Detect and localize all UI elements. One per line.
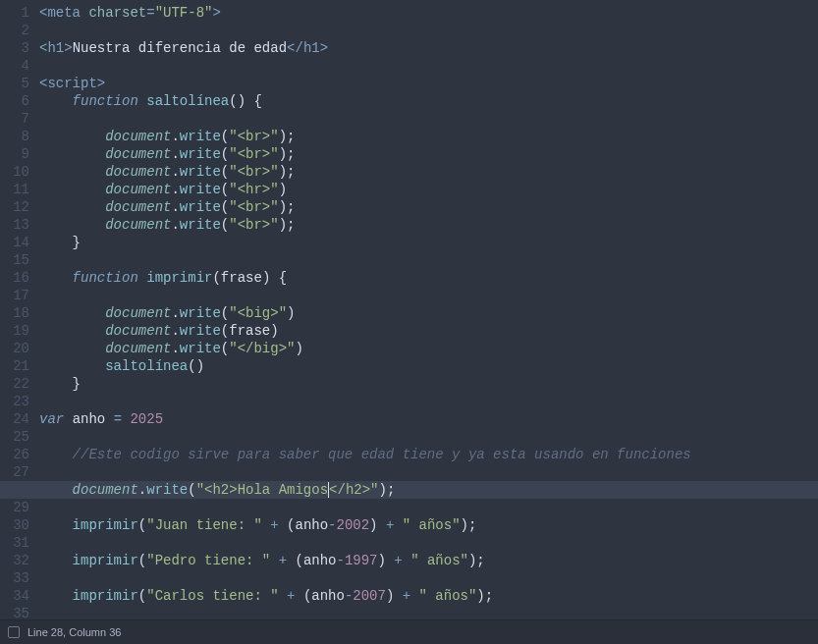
code-editor: 1 2 3 4 5 6 7 8 9 10 11 12 13 14 15 16 1…: [0, 0, 818, 644]
keyword: function: [73, 93, 138, 109]
code-line[interactable]: document.write("</big>"): [39, 340, 818, 357]
code-line[interactable]: [39, 393, 818, 410]
code-line[interactable]: document.write("<big>"): [39, 304, 818, 322]
code-line[interactable]: document.write("<br>");: [39, 128, 818, 145]
code-line[interactable]: <h1>Nuestra diferencia de edad</h1>: [39, 39, 818, 57]
keyword: function: [73, 270, 138, 286]
code-line[interactable]: [39, 428, 818, 446]
string: " años": [403, 517, 461, 533]
line-number: 9: [0, 145, 29, 163]
status-bar[interactable]: Line 28, Column 36: [0, 619, 818, 644]
code-line-active[interactable]: document.write("<h2>Hola Amigos</h2>");: [39, 481, 818, 499]
code-line[interactable]: [39, 605, 818, 619]
line-number: 1: [0, 4, 29, 22]
code-line[interactable]: [39, 22, 818, 39]
keyword: var: [39, 411, 64, 427]
string: "<h2>Hola Amigos: [196, 482, 328, 498]
string: "Carlos tiene: ": [146, 588, 278, 604]
code-line[interactable]: [39, 287, 818, 304]
line-number: 11: [0, 181, 29, 198]
code-line[interactable]: document.write("<br>");: [39, 198, 818, 216]
tag-name: meta: [47, 5, 81, 21]
line-number: 24: [0, 410, 29, 428]
line-number: 19: [0, 322, 29, 340]
line-number: 21: [0, 357, 29, 375]
function-name: imprimir: [146, 270, 212, 286]
variable: anho: [295, 517, 328, 533]
code-line[interactable]: document.write("<br>");: [39, 145, 818, 163]
code-line[interactable]: [39, 110, 818, 128]
code-line[interactable]: imprimir("Juan tiene: " + (anho-2002) + …: [39, 516, 818, 534]
method: write: [180, 129, 221, 144]
parameter: frase: [221, 270, 262, 286]
code-line[interactable]: }: [39, 234, 818, 251]
code-line[interactable]: saltolínea(): [39, 357, 818, 375]
heading-text: Nuestra diferencia de edad: [73, 40, 287, 56]
code-line[interactable]: imprimir("Pedro tiene: " + (anho-1997) +…: [39, 552, 818, 569]
line-number: 17: [0, 287, 29, 304]
number: 2025: [130, 411, 163, 427]
line-gutter: 1 2 3 4 5 6 7 8 9 10 11 12 13 14 15 16 1…: [0, 0, 39, 619]
variable: anho: [73, 411, 106, 427]
code-line[interactable]: [39, 57, 818, 75]
function-call: imprimir: [73, 553, 138, 568]
string: "</big>": [229, 341, 295, 356]
string: "Juan tiene: ": [146, 517, 262, 533]
code-line[interactable]: }: [39, 375, 818, 393]
code-line[interactable]: [39, 499, 818, 516]
code-line[interactable]: //Este codigo sirve para saber que edad …: [39, 446, 818, 463]
code-lines[interactable]: <meta charset="UTF-8"> <h1>Nuestra difer…: [39, 0, 818, 619]
line-number: 26: [0, 446, 29, 463]
panel-switcher-icon[interactable]: [8, 626, 20, 638]
line-number: 25: [0, 428, 29, 446]
attr-value: "UTF-8": [155, 5, 213, 21]
code-line[interactable]: document.write("<hr>"): [39, 181, 818, 198]
function-call: imprimir: [73, 517, 138, 533]
function-name: saltolínea: [146, 93, 229, 109]
line-number: 16: [0, 269, 29, 287]
code-line[interactable]: var anho = 2025: [39, 410, 818, 428]
argument: frase: [229, 323, 270, 339]
line-number: 6: [0, 92, 29, 110]
line-number: 32: [0, 552, 29, 569]
variable: anho: [303, 553, 337, 568]
code-line[interactable]: document.write("<br>");: [39, 216, 818, 234]
code-line[interactable]: function saltolínea() {: [39, 92, 818, 110]
code-line[interactable]: [39, 569, 818, 587]
code-line[interactable]: document.write(frase): [39, 322, 818, 340]
string: "Pedro tiene: ": [146, 553, 270, 568]
line-number: 8: [0, 128, 29, 145]
code-line[interactable]: [39, 534, 818, 552]
code-line[interactable]: function imprimir(frase) {: [39, 269, 818, 287]
code-line[interactable]: [39, 251, 818, 269]
line-number: 29: [0, 499, 29, 516]
line-number: 12: [0, 198, 29, 216]
line-number: 31: [0, 534, 29, 552]
line-number: 18: [0, 304, 29, 322]
attr-name: charset: [88, 5, 146, 21]
tag-name: script: [47, 76, 96, 91]
line-number: 35: [0, 605, 29, 619]
code-line[interactable]: document.write("<br>");: [39, 163, 818, 181]
variable: anho: [311, 588, 345, 604]
code-line[interactable]: imprimir("Carlos tiene: " + (anho-2007) …: [39, 587, 818, 605]
code-area[interactable]: 1 2 3 4 5 6 7 8 9 10 11 12 13 14 15 16 1…: [0, 0, 818, 619]
number: 2002: [337, 517, 370, 533]
string: " años": [419, 588, 477, 604]
line-number: 10: [0, 163, 29, 181]
line-number: 4: [0, 57, 29, 75]
line-number: 34: [0, 587, 29, 605]
number: 1997: [345, 553, 378, 568]
line-number: 23: [0, 393, 29, 410]
line-number: 2: [0, 22, 29, 39]
code-line[interactable]: <script>: [39, 75, 818, 92]
line-number: 15: [0, 251, 29, 269]
comment: //Este codigo sirve para saber que edad …: [73, 447, 691, 462]
tag-name: h1: [47, 40, 64, 56]
cursor-position-label: Line 28, Column 36: [27, 623, 121, 641]
line-number: 30: [0, 516, 29, 534]
code-line[interactable]: <meta charset="UTF-8">: [39, 4, 818, 22]
line-number: 14: [0, 234, 29, 251]
code-line[interactable]: [39, 463, 818, 481]
string: " años": [410, 553, 468, 568]
